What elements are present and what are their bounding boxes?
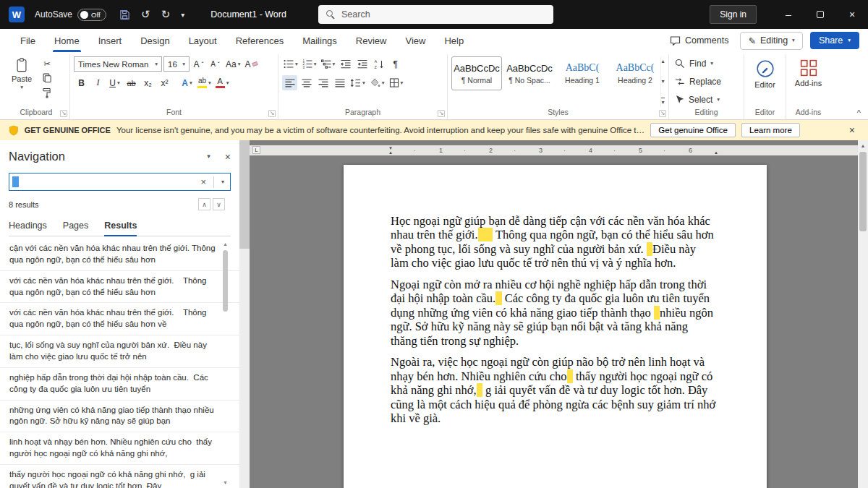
pane-close-icon[interactable]: × [225, 151, 231, 163]
editor-button[interactable]: Editor [748, 56, 782, 89]
bold-button[interactable]: B [74, 75, 89, 90]
styles-dialog-launcher[interactable]: ↘ [659, 110, 666, 117]
learn-more-button[interactable]: Learn more [741, 123, 800, 137]
tab-help[interactable]: Help [435, 29, 473, 52]
clipboard-dialog-launcher[interactable]: ↘ [60, 110, 67, 117]
scrollbar-thumb[interactable] [239, 140, 250, 249]
align-left-button[interactable] [282, 75, 297, 90]
style-heading-1[interactable]: AaBbC(Heading 1 [557, 56, 608, 90]
search-box[interactable]: Search [318, 5, 553, 24]
editing-mode-button[interactable]: ✎ Editing ▾ [740, 32, 802, 50]
nav-tab-headings[interactable]: Headings [9, 217, 47, 236]
collapse-ribbon-button[interactable]: ^ [857, 108, 861, 117]
undo-button[interactable]: ↺ [141, 8, 150, 21]
nav-results-scrollbar[interactable]: ▲ ▼ [221, 241, 229, 485]
strikethrough-button[interactable]: ab [124, 75, 139, 90]
align-right-button[interactable] [315, 75, 331, 90]
show-marks-button[interactable]: ¶ [388, 56, 403, 72]
minimize-button[interactable]: – [773, 0, 804, 29]
change-case-button[interactable]: Aa▾ [224, 56, 242, 72]
autosave-toggle[interactable]: Off [77, 9, 106, 21]
style-heading-2[interactable]: AaBbCc(Heading 2 [610, 56, 660, 90]
pane-splitter-scrollbar[interactable] [239, 140, 250, 488]
tab-file[interactable]: File [11, 29, 45, 52]
search-result-item[interactable]: tục, lối sống và suy nghĩ của người bản … [0, 335, 239, 368]
bullets-button[interactable]: ▾ [282, 56, 299, 72]
copy-button[interactable] [41, 72, 54, 84]
scroll-up-icon[interactable]: ▲ [221, 241, 229, 247]
underline-button[interactable]: U▾ [107, 75, 122, 90]
format-painter-button[interactable] [41, 87, 54, 98]
align-center-button[interactable] [299, 75, 314, 90]
tab-references[interactable]: References [226, 29, 293, 52]
style-no-spacing[interactable]: AaBbCcDc¶ No Spac... [504, 56, 555, 90]
document-scrollbar[interactable]: ▲ [858, 140, 868, 488]
tab-insert[interactable]: Insert [89, 29, 132, 52]
search-result-item[interactable]: với các nền văn hóa khác nhau trên thế g… [0, 303, 239, 335]
tab-home[interactable]: Home [45, 29, 89, 52]
tab-view[interactable]: View [396, 29, 435, 52]
scrollbar-thumb[interactable] [223, 250, 228, 312]
style-normal[interactable]: AaBbCcDc¶ Normal [451, 56, 502, 90]
tab-mailings[interactable]: Mailings [293, 29, 346, 52]
grow-font-button[interactable]: Aˆ [191, 56, 206, 72]
comments-button[interactable]: Comments [665, 33, 733, 48]
font-color-button[interactable]: A▾ [214, 75, 231, 90]
autosave-control[interactable]: AutoSave Off [35, 9, 106, 21]
find-button[interactable]: Find▾ [673, 56, 740, 71]
horizontal-ruler[interactable]: L · 1 · 2 · 3 · 4 · 5 · 6 ▼ ▲ ▲ [250, 145, 858, 155]
document-page[interactable]: Học ngoại ngữ giúp bạn dễ dàng tiếp cận … [344, 165, 767, 488]
tab-selector[interactable]: L [252, 146, 260, 154]
nav-tab-pages[interactable]: Pages [63, 217, 88, 236]
sign-in-button[interactable]: Sign in [710, 5, 757, 24]
line-spacing-button[interactable]: ▾ [349, 75, 367, 90]
font-size-select[interactable]: 16▾ [163, 56, 190, 72]
left-indent-marker[interactable]: ▲ [388, 150, 393, 155]
search-options-chevron-icon[interactable]: ▾ [218, 179, 227, 185]
font-name-select[interactable]: Times New Roman▾ [74, 56, 162, 72]
scroll-up-icon[interactable]: ▲ [858, 140, 868, 150]
replace-button[interactable]: Replace [673, 74, 740, 89]
scrollbar-thumb[interactable] [859, 152, 867, 231]
redo-button[interactable]: ↻ [161, 8, 171, 21]
sort-button[interactable]: AZ [371, 56, 386, 72]
next-result-button[interactable]: ∨ [213, 198, 225, 210]
increase-indent-button[interactable] [354, 56, 370, 72]
highlight-color-button[interactable]: ab▾ [196, 75, 213, 90]
subscript-button[interactable]: x₂ [140, 75, 156, 90]
clear-formatting-button[interactable]: A [243, 56, 259, 72]
superscript-button[interactable]: x² [157, 75, 172, 90]
tab-layout[interactable]: Layout [179, 29, 226, 52]
styles-scroll-down[interactable]: ▾ [661, 78, 664, 85]
cut-button[interactable]: ✂ [41, 58, 54, 69]
nav-search-input[interactable]: × ▾ [9, 173, 231, 191]
shading-button[interactable]: ▾ [368, 75, 386, 90]
save-icon[interactable] [119, 9, 130, 20]
select-button[interactable]: Select▾ [673, 92, 740, 107]
share-button[interactable]: Share ▾ [810, 32, 859, 49]
paragraph-dialog-launcher[interactable]: ↘ [438, 110, 445, 117]
scroll-down-icon[interactable]: ▼ [221, 480, 229, 485]
styles-scroll-up[interactable]: ▴ [661, 58, 664, 64]
maximize-button[interactable] [804, 0, 836, 29]
clear-search-icon[interactable]: × [197, 176, 209, 187]
justify-button[interactable] [332, 75, 347, 90]
pane-options-chevron-icon[interactable]: ▾ [207, 153, 210, 160]
close-button[interactable]: × [836, 0, 868, 29]
banner-close-icon[interactable]: × [849, 124, 855, 136]
text-effects-button[interactable]: A▾ [179, 75, 195, 90]
search-result-item[interactable]: thấy người học ngoại ngữ có khả năng ghi… [0, 465, 239, 488]
search-result-item[interactable]: những ứng viên có khả năng giao tiếp thà… [0, 401, 239, 433]
search-result-item[interactable]: cận với các nền văn hóa khác nhau trên t… [0, 239, 239, 271]
right-indent-marker[interactable]: ▲ [714, 150, 718, 155]
styles-gallery-more[interactable]: ▾ [661, 98, 664, 106]
get-genuine-office-button[interactable]: Get genuine Office [650, 123, 736, 137]
font-dialog-launcher[interactable]: ↘ [268, 110, 276, 117]
italic-button[interactable]: I [90, 75, 106, 90]
decrease-indent-button[interactable] [338, 56, 353, 72]
search-result-item[interactable]: với các nền văn hóa khác nhau trên thế g… [0, 271, 239, 304]
borders-button[interactable]: ▾ [388, 75, 405, 90]
numbering-button[interactable]: 123▾ [301, 56, 318, 72]
search-result-item[interactable]: nghiệp hấp dẫn trong thời đại hội nhập t… [0, 368, 239, 401]
shrink-font-button[interactable]: Aˇ [208, 56, 223, 72]
